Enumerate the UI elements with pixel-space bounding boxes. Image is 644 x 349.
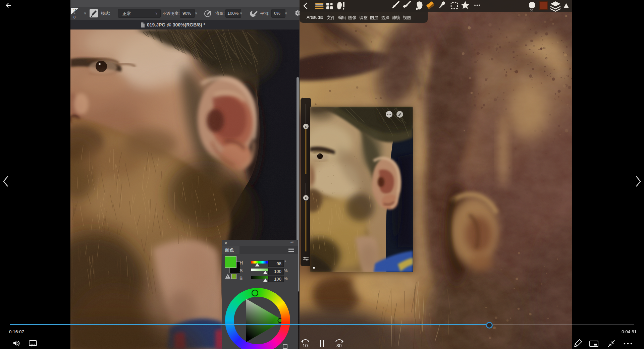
svg-text:38: 38 bbox=[530, 9, 533, 12]
svg-text:16: 16 bbox=[73, 9, 76, 12]
svg-text:8: 8 bbox=[73, 15, 75, 19]
svg-text:S: S bbox=[305, 125, 307, 128]
svg-text:30: 30 bbox=[336, 343, 342, 348]
svg-text:F: F bbox=[305, 196, 307, 200]
svg-text:10: 10 bbox=[303, 343, 308, 348]
